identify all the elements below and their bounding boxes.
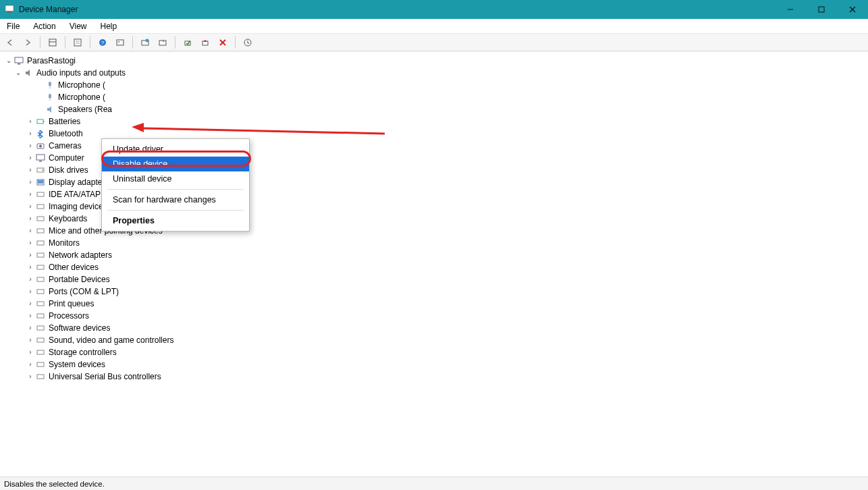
- view-button[interactable]: [113, 35, 128, 50]
- category-label: Keyboards: [49, 213, 87, 225]
- chevron-right-icon[interactable]: ›: [26, 298, 35, 310]
- chevron-right-icon[interactable]: ›: [26, 225, 35, 237]
- category-audio[interactable]: ⌄ Audio inputs and outputs: [4, 67, 867, 79]
- chevron-right-icon[interactable]: ›: [26, 164, 35, 176]
- category-icon: [35, 274, 46, 285]
- category-system-devices[interactable]: ›System devices: [4, 358, 867, 371]
- menu-separator: [107, 210, 244, 211]
- menu-item-update-driver[interactable]: Update driver: [102, 142, 249, 157]
- category-ports-com-lpt-[interactable]: ›Ports (COM & LPT): [4, 285, 867, 298]
- category-print-queues[interactable]: ›Print queues: [4, 298, 867, 310]
- chevron-right-icon[interactable]: ›: [26, 310, 35, 322]
- root-node[interactable]: ⌄ ParasRastogi: [4, 55, 867, 67]
- category-label: Storage controllers: [49, 346, 117, 358]
- category-icon: [35, 201, 46, 212]
- category-label: Cameras: [49, 140, 82, 152]
- device-microphone-1[interactable]: Microphone (: [4, 79, 867, 91]
- chevron-right-icon[interactable]: ›: [26, 213, 35, 225]
- category-icon: [35, 177, 46, 188]
- menu-action[interactable]: Action: [30, 20, 58, 32]
- chevron-right-icon[interactable]: ›: [26, 322, 35, 334]
- enable-device-button[interactable]: [180, 35, 195, 50]
- category-batteries[interactable]: ›Batteries: [4, 115, 867, 128]
- category-icon: [35, 128, 46, 139]
- menu-view[interactable]: View: [67, 20, 90, 32]
- svg-point-36: [42, 169, 43, 171]
- menu-file[interactable]: File: [4, 20, 22, 32]
- svg-rect-44: [37, 253, 44, 257]
- svg-rect-38: [38, 180, 43, 184]
- help-button[interactable]: ?: [95, 35, 110, 50]
- svg-rect-27: [49, 94, 51, 99]
- svg-rect-1: [7, 12, 11, 13]
- svg-point-16: [146, 38, 149, 42]
- category-icon: [35, 335, 46, 346]
- context-menu: Update driver Disable device Uninstall d…: [101, 138, 250, 232]
- chevron-right-icon[interactable]: ›: [26, 176, 35, 188]
- menu-item-properties[interactable]: Properties: [102, 213, 249, 228]
- chevron-right-icon[interactable]: ›: [26, 200, 35, 213]
- chevron-right-icon[interactable]: ›: [26, 140, 35, 152]
- device-microphone-2[interactable]: Microphone (: [4, 91, 867, 103]
- chevron-right-icon[interactable]: ›: [26, 115, 35, 128]
- category-software-devices[interactable]: ›Software devices: [4, 322, 867, 334]
- chevron-right-icon[interactable]: ›: [26, 249, 35, 261]
- svg-rect-29: [37, 119, 43, 124]
- chevron-right-icon[interactable]: ›: [26, 152, 35, 164]
- category-label: Monitors: [49, 237, 80, 249]
- forward-button[interactable]: [20, 35, 35, 50]
- status-text: Disables the selected device.: [4, 480, 105, 488]
- chevron-right-icon[interactable]: ›: [26, 346, 35, 358]
- category-processors[interactable]: ›Processors: [4, 310, 867, 322]
- category-monitors[interactable]: ›Monitors: [4, 237, 867, 249]
- minimize-button[interactable]: [775, 0, 806, 19]
- category-label: Bluetooth: [49, 128, 83, 140]
- category-label: Network adapters: [49, 249, 112, 261]
- chevron-right-icon[interactable]: ›: [26, 358, 35, 371]
- disable-device-button[interactable]: [198, 35, 213, 50]
- titlebar[interactable]: Device Manager: [0, 0, 868, 19]
- chevron-right-icon[interactable]: ›: [26, 188, 35, 200]
- category-label: Disk drives: [49, 164, 88, 176]
- svg-rect-49: [37, 314, 44, 318]
- chevron-right-icon[interactable]: ›: [26, 371, 35, 383]
- chevron-right-icon[interactable]: ›: [26, 285, 35, 298]
- update-driver-button[interactable]: [155, 35, 170, 50]
- chevron-right-icon[interactable]: ›: [26, 128, 35, 140]
- category-other-devices[interactable]: ›Other devices: [4, 261, 867, 273]
- svg-rect-39: [37, 192, 44, 196]
- category-icon: [35, 262, 46, 273]
- menu-item-uninstall-device[interactable]: Uninstall device: [102, 171, 249, 186]
- menu-item-disable-device[interactable]: Disable device: [102, 157, 249, 171]
- device-speakers[interactable]: Speakers (Rea: [4, 103, 867, 115]
- chevron-down-icon[interactable]: ⌄: [4, 55, 13, 67]
- close-button[interactable]: [837, 0, 868, 19]
- scan-hardware-button[interactable]: [138, 35, 153, 50]
- menu-help[interactable]: Help: [98, 20, 120, 32]
- svg-rect-3: [819, 7, 824, 12]
- category-portable-devices[interactable]: ›Portable Devices: [4, 273, 867, 285]
- properties-button[interactable]: [70, 35, 85, 50]
- category-label: Audio inputs and outputs: [36, 67, 126, 79]
- menu-item-scan-hardware[interactable]: Scan for hardware changes: [102, 192, 249, 207]
- category-sound-video-and-game-controllers[interactable]: ›Sound, video and game controllers: [4, 334, 867, 346]
- statusbar: Disables the selected device.: [0, 477, 868, 490]
- svg-text:?: ?: [101, 40, 105, 46]
- chevron-down-icon[interactable]: ⌄: [13, 67, 23, 79]
- category-universal-serial-bus-controllers[interactable]: ›Universal Serial Bus controllers: [4, 371, 867, 383]
- chevron-right-icon[interactable]: ›: [26, 273, 35, 285]
- back-button[interactable]: [3, 35, 18, 50]
- category-icon: [35, 189, 46, 200]
- chevron-right-icon[interactable]: ›: [26, 261, 35, 273]
- menu-separator: [107, 189, 244, 190]
- install-legacy-button[interactable]: [240, 35, 255, 50]
- chevron-right-icon[interactable]: ›: [26, 334, 35, 346]
- maximize-button[interactable]: [806, 0, 837, 19]
- category-storage-controllers[interactable]: ›Storage controllers: [4, 346, 867, 358]
- mic-icon: [45, 92, 55, 103]
- show-hide-tree-button[interactable]: [45, 35, 60, 50]
- uninstall-device-button[interactable]: [215, 35, 230, 50]
- chevron-right-icon[interactable]: ›: [26, 237, 35, 249]
- svg-rect-13: [117, 40, 124, 45]
- category-network-adapters[interactable]: ›Network adapters: [4, 249, 867, 261]
